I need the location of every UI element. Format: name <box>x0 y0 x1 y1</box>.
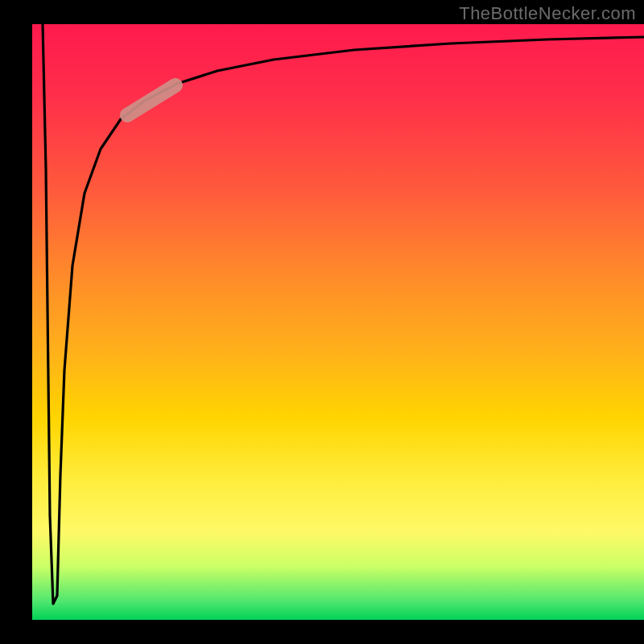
curve-layer <box>32 24 644 620</box>
curve-highlight <box>127 85 175 115</box>
chart-frame: TheBottleNecker.com <box>0 0 644 644</box>
plot-area <box>32 24 644 620</box>
watermark-label: TheBottleNecker.com <box>459 3 636 24</box>
